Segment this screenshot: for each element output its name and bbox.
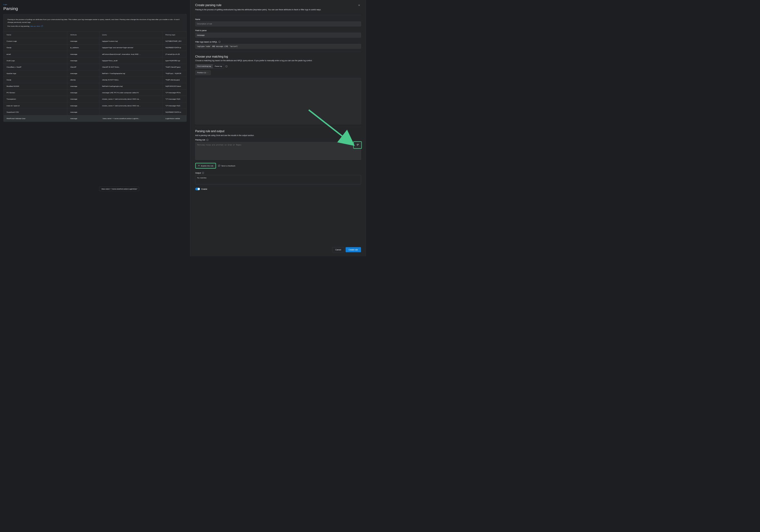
cell-attribute: message	[67, 102, 99, 109]
table-row[interactable]: emailmessageallColumnSearch('email', ins…	[4, 51, 187, 57]
name-label: Name	[195, 18, 361, 21]
enable-toggle[interactable]	[195, 187, 200, 190]
table-row[interactable]: Cloudflare + GeoIPClientIPClientIP IS NO…	[4, 64, 187, 70]
cell-attribute: message	[67, 38, 99, 44]
filter-nrql-label: Filter logs based on NRQL	[195, 41, 361, 43]
log-preview-area[interactable]	[195, 78, 361, 124]
ai-sparkle-button[interactable]	[353, 141, 362, 149]
filter-nrql-input[interactable]	[195, 44, 361, 49]
name-input[interactable]	[195, 22, 361, 26]
table-row[interactable]: PO Extractmessagemessage LIKE 'PO % orde…	[4, 89, 187, 96]
table-row[interactable]: GeoIpip_addresslogtype='logs' and servic…	[4, 44, 187, 51]
cell-attribute: message	[67, 70, 99, 76]
matching-tabs: Find matching log Paste log	[195, 64, 224, 69]
col-attribute[interactable]: Attribute	[67, 31, 99, 38]
info-icon[interactable]	[202, 172, 204, 174]
matching-log-desc: Choose a matching log based on the attri…	[195, 60, 361, 62]
panel-description: Parsing is the process of splitting unst…	[195, 8, 357, 11]
find-matching-tab[interactable]: Find matching log	[195, 64, 213, 69]
table-row[interactable]: Audit Logsmessagelogtype='linux_audit'ty…	[4, 57, 187, 64]
cell-logic: ^(?<message>%{G	[163, 96, 187, 102]
intro-suffix: .	[43, 25, 44, 27]
cell-attribute: clientip	[67, 76, 99, 83]
cell-query: logtype='logs' and service='login-servic…	[99, 44, 162, 51]
breadcrumb[interactable]: Logs	[3, 3, 187, 5]
field-to-parse-label: Field to parse	[195, 29, 361, 32]
parsing-rule-textarea[interactable]	[195, 142, 361, 160]
cell-attribute: message	[67, 96, 99, 102]
cell-logic: ^%{IP:clientip:geo(	[163, 76, 187, 83]
create-rule-button[interactable]: Create rule	[346, 247, 361, 252]
info-icon[interactable]	[218, 41, 220, 43]
cell-attribute: message	[67, 83, 99, 89]
info-icon[interactable]	[207, 139, 209, 141]
intro-text-2: For more info on log parsing, see our do…	[8, 25, 182, 27]
cell-query: filePath='/var/log/nginx.log'	[99, 83, 162, 89]
send-feedback-button[interactable]: Send us feedback	[218, 165, 235, 167]
partition-label: Partition (1)	[197, 72, 206, 74]
cell-logic: LoginAction.validat	[163, 115, 187, 121]
table-row[interactable]: Modified NGINXmessagefilePath='/var/log/…	[4, 83, 187, 89]
table-row[interactable]: Custom Logsmessagelogtype='custom-log'%{…	[4, 38, 187, 44]
partition-dropdown[interactable]: Partition (1)	[195, 71, 211, 75]
cell-query: message LIKE 'PO % order-composer called…	[99, 89, 162, 96]
query-tooltip: `class.name` = 'acme.storefront.action.L…	[99, 187, 139, 191]
cell-logic: ^%{IP:ipz} - %{WOR	[163, 70, 187, 76]
cell-name: Audit Logs	[4, 57, 67, 64]
cell-query	[99, 109, 162, 115]
col-query[interactable]: Query	[99, 31, 162, 38]
cell-name: trace.Id / span.id	[4, 102, 67, 109]
chevron-down-icon	[207, 72, 209, 73]
main-content: Logs Parsing Parsing is the process of p…	[0, 0, 190, 256]
cell-logic: ^(?<message>PO\s	[163, 89, 187, 96]
cell-attribute: ip_address	[67, 44, 99, 51]
cell-name: Cloudflare + GeoIP	[4, 64, 67, 70]
matching-log-title: Choose your matching log	[195, 55, 361, 58]
table-row[interactable]: trace.Id / span.idmessagecluster_name = …	[4, 102, 187, 109]
table-row[interactable]: Geoipclientipclientip IS NOT NULL^%{IP:c…	[4, 76, 187, 83]
cell-name: PO Extract	[4, 89, 67, 96]
explain-rule-button[interactable]: Explain this rule	[195, 163, 216, 169]
close-panel-button[interactable]	[357, 3, 361, 8]
docs-link[interactable]: see our docs	[30, 25, 40, 27]
parsing-rule-label: Parsing rule	[195, 139, 361, 141]
cell-logic: (?<email>[a-zA-Z0	[163, 51, 187, 57]
col-name[interactable]: Name	[4, 31, 67, 38]
table-row[interactable]: Traceparentmessagecluster_name = 'otel-c…	[4, 96, 187, 102]
cell-attribute: message	[67, 109, 99, 115]
cell-logic: type=%{WORD:typ	[163, 57, 187, 64]
cell-logic: %{GREEDYDATA:lo	[163, 109, 187, 115]
panel-title: Create parsing rule	[195, 3, 357, 7]
cell-query: cluster_name = 'otel-community-demo' AND…	[99, 102, 162, 109]
cell-logic: ^(?<message>%{G	[163, 102, 187, 109]
field-to-parse-input[interactable]	[195, 33, 361, 37]
cell-logic: %{GREEDYDATA:ip	[163, 44, 187, 51]
table-row[interactable]: Apache logsmessagefilePath = '/var/log/a…	[4, 70, 187, 76]
parsing-output-title: Parsing rule and output	[195, 130, 361, 133]
parsing-rules-table: Name Attribute Query Parsing logic Custo…	[4, 31, 187, 121]
cancel-button[interactable]: Cancel	[332, 247, 344, 252]
cell-attribute: message	[67, 51, 99, 57]
cell-name: Modified NGINX	[4, 83, 67, 89]
col-logic[interactable]: Parsing logic	[163, 31, 187, 38]
card-intro: Parsing is the process of pulling out at…	[4, 14, 187, 31]
cell-query: logtype='custom-log'	[99, 38, 162, 44]
cell-logic: %{TIMESTAMP_ISO	[163, 38, 187, 44]
cell-query: filePath = '/var/log/apache.log'	[99, 70, 162, 76]
paste-log-tab[interactable]: Paste log	[213, 64, 224, 69]
table-row[interactable]: Superbowl CSVmessage%{GREEDYDATA:lo	[4, 109, 187, 115]
cell-query: clientip IS NOT NULL	[99, 76, 162, 83]
cell-query: allColumnSearch('email', insensitive: tr…	[99, 51, 162, 57]
sparkle-icon	[198, 165, 200, 167]
cell-attribute: ClientIP	[67, 64, 99, 70]
page-title: Parsing	[3, 6, 187, 11]
table-row[interactable]: WebPortal Validate Usermessage`class.nam…	[4, 115, 187, 121]
cell-name: GeoIp	[4, 44, 67, 51]
cell-name: Custom Logs	[4, 38, 67, 44]
cell-query: cluster_name = 'otel-community-demo' AND…	[99, 96, 162, 102]
cell-query: logtype='linux_audit'	[99, 57, 162, 64]
info-icon[interactable]	[225, 65, 227, 67]
cell-logic: ^%{IP:ClientIP:geo(	[163, 64, 187, 70]
svg-line-0	[42, 25, 43, 26]
cell-name: Traceparent	[4, 96, 67, 102]
